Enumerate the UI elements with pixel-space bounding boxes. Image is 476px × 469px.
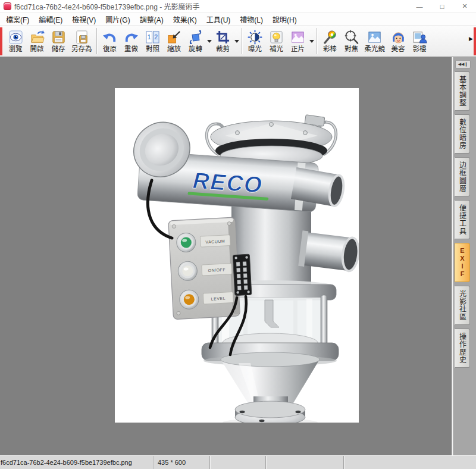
save-as-button[interactable]: 另存為	[70, 29, 94, 54]
browse-eye-icon	[8, 30, 23, 45]
redo-button[interactable]: 重做	[121, 29, 142, 54]
svg-text:2: 2	[154, 33, 158, 40]
crop-dropdown-arrow[interactable]	[234, 29, 240, 53]
beauty-button[interactable]: 美容	[388, 29, 408, 54]
maximize-button[interactable]: □	[431, 0, 453, 13]
open-label: 開啟	[30, 45, 44, 53]
soft-lens-label: 柔光鏡	[365, 45, 386, 53]
close-button[interactable]: ✕	[453, 0, 476, 13]
tab-community[interactable]: 光影社區	[455, 286, 470, 325]
resize-label: 縮放	[167, 45, 181, 53]
positive-film-dropdown-arrow[interactable]	[309, 29, 315, 53]
crop-label: 裁剪	[216, 45, 230, 53]
sidebar-tabs: 基本調整 數位暗房 边框圖層 便捷工具 EXIF 光影社區 操作歷史	[455, 71, 472, 371]
browse-button[interactable]: 瀏覽	[5, 29, 26, 54]
compare-panels-icon: 12	[145, 30, 160, 45]
toolbar: 瀏覽 開啟 儲存 另存為 復原 重做 12 對照 縮放	[0, 26, 476, 57]
toolbar-left-handle	[0, 27, 2, 55]
rotate-icon	[188, 30, 203, 45]
beauty-label: 美容	[392, 45, 405, 53]
undo-label: 復原	[103, 45, 117, 53]
fill-light-label: 補光	[270, 45, 283, 53]
window-title: f6cd71ca-76b2-4e24-b609-f5be1739efbc.png…	[14, 1, 200, 11]
exposure-label: 曝光	[248, 45, 262, 53]
color-wand-button[interactable]: 彩棒	[320, 29, 340, 54]
rotate-label: 旋轉	[189, 45, 202, 53]
studio-label: 影樓	[413, 45, 427, 53]
rotate-button[interactable]: 旋轉	[186, 29, 206, 54]
panel-splitter[interactable]	[451, 57, 454, 455]
status-bar: f6cd71ca-76b2-4e24-b609-f5be1739efbc.png…	[0, 455, 476, 469]
menu-bar: 檔案(F) 編輯(E) 檢視(V) 圖片(G) 調整(A) 效果(K) 工具(U…	[0, 13, 476, 26]
menu-edit[interactable]: 編輯(E)	[34, 13, 67, 26]
photo-canvas: RECO	[115, 88, 359, 423]
open-folder-icon	[30, 30, 45, 45]
soft-lens-button[interactable]: 柔光鏡	[363, 29, 387, 54]
beauty-face-icon	[391, 30, 406, 45]
undo-button[interactable]: 復原	[100, 29, 120, 54]
menu-picture[interactable]: 圖片(G)	[101, 13, 134, 26]
save-button[interactable]: 儲存	[48, 29, 68, 54]
svg-text:1: 1	[148, 33, 151, 40]
crop-icon	[215, 30, 230, 45]
focus-label: 對焦	[345, 45, 358, 53]
soft-lens-icon	[367, 30, 382, 45]
menu-gifts[interactable]: 禮物(L)	[235, 13, 268, 26]
focus-button[interactable]: 對焦	[342, 29, 362, 54]
toolbar-separator	[96, 28, 98, 54]
status-filename: f6cd71ca-76b2-4e24-b609-f5be1739efbc.png	[0, 456, 154, 469]
collapse-icon: ◀◀❙	[458, 62, 468, 67]
browse-label: 瀏覽	[9, 45, 23, 53]
tab-basic-adjust[interactable]: 基本調整	[455, 71, 470, 111]
rotate-dropdown-arrow[interactable]	[206, 29, 212, 53]
terminal-connector	[233, 254, 252, 295]
menu-help[interactable]: 說明(H)	[268, 13, 302, 26]
toolbar-overflow-arrow[interactable]: ▶	[469, 36, 473, 42]
tab-history[interactable]: 操作歷史	[455, 329, 470, 368]
save-as-icon	[74, 30, 89, 45]
studio-button[interactable]: 影樓	[409, 29, 430, 54]
tab-quick-tools[interactable]: 便捷工具	[455, 200, 470, 239]
compare-button[interactable]: 12 對照	[143, 29, 163, 54]
resize-icon	[167, 30, 181, 45]
toolbar-right-handle	[474, 27, 476, 55]
vacuum-conveyor-image: RECO	[115, 88, 359, 423]
positive-film-label: 正片	[291, 45, 305, 53]
menu-adjust[interactable]: 調整(A)	[135, 13, 168, 26]
redo-arrow-icon	[124, 30, 139, 45]
positive-film-button[interactable]: 正片	[288, 29, 308, 54]
image-viewport: RECO	[0, 57, 451, 455]
status-cell-5	[344, 456, 476, 469]
fill-light-button[interactable]: 補光	[267, 29, 287, 54]
title-bar: f6cd71ca-76b2-4e24-b609-f5be1739efbc.png…	[0, 0, 476, 13]
level-plaque: LEVEL	[211, 296, 226, 301]
tab-digital-darkroom[interactable]: 數位暗房	[455, 114, 470, 154]
menu-file[interactable]: 檔案(F)	[1, 13, 34, 26]
menu-view[interactable]: 檢視(V)	[67, 13, 101, 26]
exposure-button[interactable]: 曝光	[245, 29, 265, 54]
menu-effects[interactable]: 效果(K)	[168, 13, 202, 26]
tab-border-layers[interactable]: 边框圖層	[455, 157, 470, 196]
studio-icon	[412, 30, 427, 45]
positive-film-icon	[290, 30, 305, 45]
menu-tools[interactable]: 工具(U)	[202, 13, 236, 26]
tab-exif[interactable]: EXIF	[455, 243, 470, 282]
color-wand-label: 彩棒	[323, 45, 337, 53]
save-label: 儲存	[52, 45, 65, 53]
right-sidebar: ◀◀❙ 基本調整 數位暗房 边框圖層 便捷工具 EXIF 光影社區 操作歷史	[451, 57, 476, 455]
crop-button[interactable]: 裁剪	[213, 29, 233, 54]
save-as-label: 另存為	[71, 45, 92, 53]
collapse-panel-button[interactable]: ◀◀❙	[455, 60, 471, 68]
open-button[interactable]: 開啟	[27, 29, 47, 54]
control-box: VACUUM ON/OFF LEVEL	[168, 217, 240, 320]
resize-button[interactable]: 縮放	[164, 29, 184, 54]
toolbar-separator	[317, 28, 318, 54]
undo-arrow-icon	[102, 30, 117, 45]
focus-reticle-icon	[344, 30, 359, 45]
save-floppy-icon	[51, 30, 66, 45]
window-controls: — □ ✕	[408, 0, 476, 13]
exposure-sun-icon	[248, 30, 262, 45]
toolbar-separator	[242, 28, 243, 54]
minimize-button[interactable]: —	[408, 0, 431, 13]
app-window: f6cd71ca-76b2-4e24-b609-f5be1739efbc.png…	[0, 0, 476, 469]
